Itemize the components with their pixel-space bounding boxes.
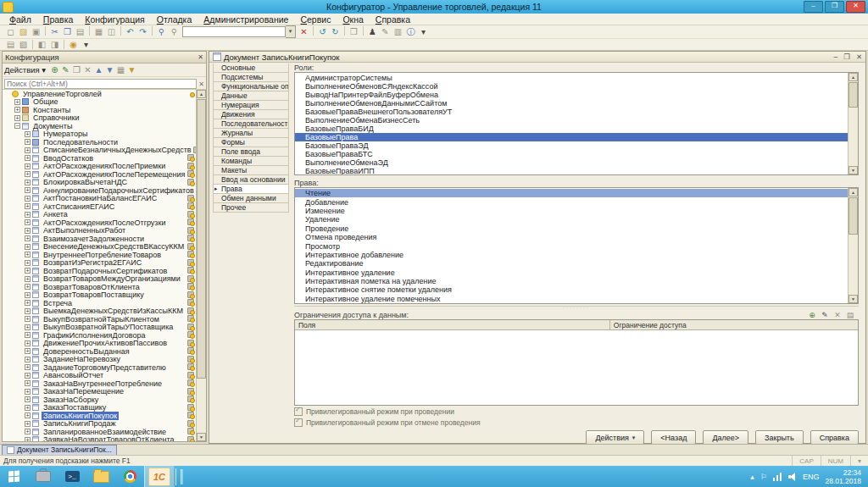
- tree-item[interactable]: + ЗаказНаВнутреннееПотребление: [3, 379, 197, 388]
- powershell-button[interactable]: >_: [58, 466, 86, 487]
- menu-item[interactable]: Сервис: [294, 14, 337, 25]
- tree-expander-icon[interactable]: +: [25, 187, 31, 193]
- menu-item[interactable]: Окна: [337, 14, 369, 25]
- category-tab[interactable]: ▸ Нумерация: [213, 101, 289, 110]
- scroll-down-icon[interactable]: ▼: [849, 166, 858, 174]
- find-next-icon[interactable]: ⚲: [168, 26, 181, 37]
- column-restriction[interactable]: Ограничение доступа: [610, 320, 687, 329]
- scroll-down-icon[interactable]: ▼: [849, 295, 858, 303]
- scroll-up-icon[interactable]: ▲: [197, 90, 206, 98]
- tree-expander-icon[interactable]: +: [25, 212, 31, 218]
- redo-icon[interactable]: ↷: [136, 26, 149, 37]
- tree-expander-icon[interactable]: +: [25, 373, 31, 379]
- tree-item[interactable]: + АвансовыйОтчет: [3, 372, 197, 380]
- tree-scrollbar[interactable]: ▲ ▼: [196, 90, 206, 441]
- category-tab[interactable]: ▸ Основные: [213, 64, 289, 73]
- tree-expander-icon[interactable]: +: [25, 284, 31, 290]
- role-item[interactable]: БазовыеПраваИПП: [295, 167, 849, 175]
- tree-expander-icon[interactable]: +: [25, 324, 31, 330]
- tree-search-clear-icon[interactable]: ✕: [198, 80, 204, 88]
- right-item[interactable]: Удаление: [295, 215, 849, 224]
- privileged-mode-unposting-checkbox[interactable]: ✓: [294, 418, 303, 427]
- toolbar-search-caret-icon[interactable]: ▾: [286, 25, 296, 38]
- tree-expander-icon[interactable]: +: [25, 429, 31, 434]
- tree-expander-icon[interactable]: +: [25, 332, 31, 338]
- close-button[interactable]: ✕: [846, 1, 865, 13]
- tree-expander-icon[interactable]: +: [25, 348, 31, 354]
- tree-expander-icon[interactable]: +: [25, 244, 31, 250]
- history-back-icon[interactable]: ↺: [316, 26, 329, 37]
- tree-item[interactable]: + АктОРасхожденияхПослеПеремещения: [3, 170, 197, 179]
- tree-item[interactable]: + Последовательности: [3, 138, 197, 147]
- category-tab[interactable]: ▸ Функциональные опции: [213, 82, 289, 91]
- right-item[interactable]: Интерактивное добавление: [295, 251, 849, 259]
- tree-item[interactable]: + ВозвратТоваровМеждуОрганизациями: [3, 275, 197, 284]
- move-down-icon[interactable]: ▼: [104, 64, 115, 75]
- menu-item[interactable]: Справка: [370, 14, 416, 25]
- tree-expander-icon[interactable]: +: [25, 316, 31, 322]
- window-split-right-icon[interactable]: ◨: [48, 39, 61, 50]
- tree-item[interactable]: + АктПостановкиНаБалансЕГАИС: [3, 195, 197, 203]
- scroll-thumb[interactable]: [849, 197, 858, 235]
- tree-item[interactable]: + ЗаявкаНаВозвратТоваровОтКлиента: [3, 436, 197, 442]
- role-item[interactable]: ВыполнениеОбменаЭД: [295, 158, 849, 167]
- right-item[interactable]: Просмотр: [295, 241, 849, 250]
- language-indicator[interactable]: ENG: [803, 473, 820, 481]
- minimize-button[interactable]: –: [804, 1, 823, 13]
- compare-configuration-icon[interactable]: ❒: [348, 26, 360, 37]
- properties-window-icon[interactable]: ▧: [17, 39, 30, 50]
- tree-item[interactable]: + ВзаимозачетЗадолженности: [3, 235, 197, 243]
- right-item[interactable]: Проведение: [295, 224, 849, 233]
- column-fields[interactable]: Поля: [295, 320, 610, 329]
- search-clear-icon[interactable]: ✕: [298, 26, 310, 37]
- tree-expander-icon[interactable]: +: [25, 180, 31, 185]
- menu-item[interactable]: Конфигурация: [79, 14, 150, 25]
- scroll-up-icon[interactable]: ▲: [849, 73, 858, 81]
- tree-expander-icon[interactable]: +: [25, 268, 31, 274]
- filter-icon[interactable]: ▼: [126, 64, 137, 75]
- configuration-support-icon[interactable]: ▥: [392, 26, 404, 37]
- tree-item[interactable]: + Константы: [3, 106, 197, 114]
- edit-icon[interactable]: ✎: [60, 64, 71, 75]
- tree-item[interactable]: + АктВыполненныхРабот: [3, 227, 197, 235]
- tree-item[interactable]: + ВнутреннееПотреблениеТоваров: [3, 251, 197, 259]
- tree-expander-icon[interactable]: +: [25, 252, 31, 257]
- save-icon[interactable]: ▣: [30, 26, 42, 37]
- category-tab[interactable]: ▸ Обмен данными: [213, 194, 289, 203]
- rights-scrollbar[interactable]: ▲ ▼: [848, 188, 858, 303]
- tree-expander-icon[interactable]: −: [14, 123, 20, 129]
- network-icon[interactable]: [773, 473, 782, 481]
- category-tab[interactable]: ▸ Прочее: [213, 203, 289, 213]
- category-tab[interactable]: ▸ Макеты: [213, 166, 289, 175]
- menu-item[interactable]: Отладка: [151, 14, 198, 25]
- category-tab[interactable]: ▸ Данные: [213, 91, 289, 101]
- right-item[interactable]: Интерактивная пометка на удаление: [295, 277, 849, 285]
- tree-search-input[interactable]: [4, 79, 197, 89]
- role-item[interactable]: БазовыеПрава: [295, 133, 849, 141]
- doc-close-button[interactable]: ✕: [856, 53, 862, 61]
- role-item[interactable]: БазовыеПраваВнешнегоПользователяУТ: [295, 108, 849, 116]
- tree-expander-icon[interactable]: +: [25, 300, 31, 306]
- copy-icon[interactable]: ❐: [61, 26, 74, 37]
- configuration-panel-close-icon[interactable]: ✕: [198, 53, 203, 61]
- doc-minimize-button[interactable]: –: [834, 53, 838, 61]
- tree-expander-icon[interactable]: +: [25, 219, 31, 225]
- 1c-app-button[interactable]: 1С: [144, 466, 175, 487]
- right-item[interactable]: Редактирование: [295, 259, 849, 268]
- tree-expander-icon[interactable]: +: [25, 421, 31, 427]
- tree-item[interactable]: + ЗаказНаПеремещение: [3, 388, 197, 396]
- start-button[interactable]: [0, 466, 29, 487]
- print-preview-icon[interactable]: ◫: [105, 26, 118, 37]
- tree-item[interactable]: + ВозвратИзРегистра2ЕГАИС: [3, 259, 197, 268]
- dialog-button[interactable]: Закрыть: [755, 430, 804, 445]
- tree-expander-icon[interactable]: +: [14, 107, 20, 113]
- tree-expander-icon[interactable]: +: [14, 99, 20, 105]
- toolbar-search-input[interactable]: [182, 26, 286, 37]
- edit-configuration-icon[interactable]: ✎: [379, 26, 392, 37]
- dialog-button[interactable]: Действия▾: [586, 430, 644, 445]
- scroll-down-icon[interactable]: ▼: [197, 433, 206, 441]
- tree-item[interactable]: + ЗаданиеТорговомуПредставителю: [3, 363, 197, 372]
- document-window-tab[interactable]: Документ ЗаписьКнигиПок...: [2, 445, 117, 456]
- delete-icon[interactable]: ✕: [82, 64, 93, 75]
- tree-expander-icon[interactable]: +: [25, 260, 31, 266]
